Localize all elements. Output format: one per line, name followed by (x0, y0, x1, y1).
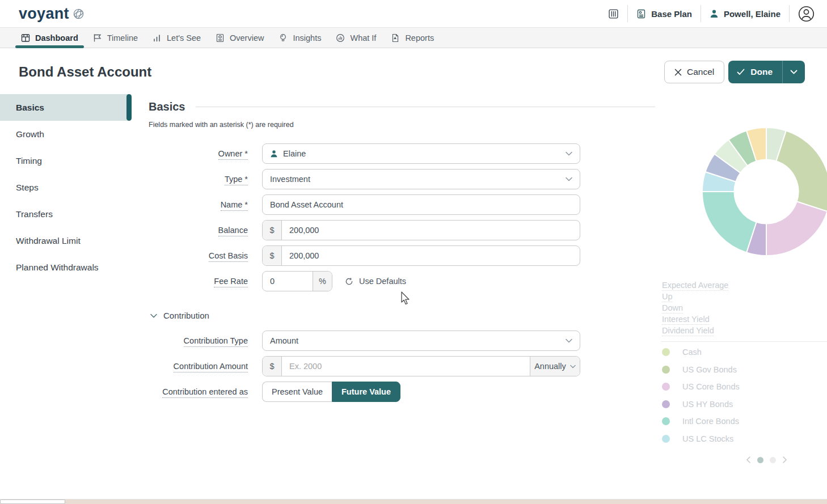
use-defaults-button[interactable]: Use Defaults (345, 277, 406, 286)
chevron-down-icon (790, 70, 798, 75)
sidebar-item-steps[interactable]: Steps (0, 174, 132, 201)
contribution-type-select[interactable]: Amount (262, 331, 580, 351)
chevron-down-icon (566, 338, 572, 343)
currency-prefix: $ (263, 246, 282, 265)
legend-item: US Gov Bonds 25.00% (661, 361, 827, 379)
tab-label: Reports (405, 33, 434, 43)
base-plan-button[interactable]: Base Plan (636, 9, 692, 19)
legend-dot (662, 417, 670, 425)
cancel-button[interactable]: Cancel (664, 61, 724, 83)
logo-text: voyant (19, 6, 69, 22)
chevron-down-icon (566, 177, 572, 181)
type-select[interactable]: Investment (262, 169, 580, 189)
person-icon (710, 9, 719, 18)
dashboard-icon (21, 33, 30, 43)
stat-row: Dividend Yield N/A (662, 325, 827, 336)
sidebar-item-label: Growth (16, 129, 44, 139)
building-icon-button[interactable] (608, 9, 619, 19)
contribution-fields: Contribution Type Amount Contribution Am… (149, 331, 655, 402)
tab-reports[interactable]: Reports (383, 28, 441, 48)
legend-label: US HY Bonds (682, 400, 827, 409)
stat-label: Interest Yield (662, 315, 710, 324)
next-page-icon[interactable] (782, 456, 787, 463)
top-bar: voyant (0, 0, 827, 27)
owner-value: Elaine (283, 149, 306, 158)
page-header: Bond Asset Account Cancel Done (0, 48, 827, 92)
contribution-type-value: Amount (270, 336, 298, 345)
allocation-donut-chart (699, 124, 827, 259)
present-value-button[interactable]: Present Value (262, 382, 332, 402)
basics-form: Basics Fields marked with an asterisk (*… (149, 92, 655, 402)
sidebar-item-timing[interactable]: Timing (0, 147, 132, 174)
profile-icon-button[interactable] (798, 6, 815, 22)
sidebar-item-growth[interactable]: Growth (0, 121, 132, 147)
future-value-button[interactable]: Future Value (332, 382, 400, 402)
stat-label: Down (662, 303, 683, 312)
balance-row: Balance $ (149, 220, 655, 240)
sidebar-item-basics[interactable]: Basics (0, 94, 132, 121)
sidebar-item-label: Transfers (16, 209, 53, 219)
sidebar: Basics Growth Timing Steps Transfers Wit… (0, 92, 132, 281)
frequency-select[interactable]: Annually (530, 357, 580, 376)
contribution-entered-as-row: Contribution entered as Present Value Fu… (149, 382, 655, 402)
tab-what-if[interactable]: What If (328, 28, 383, 48)
chevron-down-icon (150, 314, 157, 318)
divider (701, 5, 701, 22)
page-actions: Cancel Done (664, 61, 805, 83)
allocation-legend: Cash 5.00% US Gov Bonds 25.00% US Core B… (661, 344, 827, 447)
donut-segment (766, 201, 827, 256)
stat-row: Expected Average 5.62% (662, 279, 827, 291)
sidebar-item-transfers[interactable]: Transfers (0, 201, 132, 227)
page-dot[interactable] (770, 457, 776, 463)
sidebar-item-planned-withdrawals[interactable]: Planned Withdrawals (0, 254, 132, 281)
page-dot-active[interactable] (757, 457, 763, 463)
current-user-button[interactable]: Powell, Elaine (710, 9, 780, 19)
page-title: Bond Asset Account (19, 64, 151, 80)
tab-lets-see[interactable]: Let's See (145, 28, 208, 48)
legend-item: US LC Stocks 5.00% (661, 430, 827, 448)
cost-basis-input[interactable] (282, 246, 580, 265)
owner-row: Owner * Elaine (149, 143, 655, 164)
tab-dashboard[interactable]: Dashboard (14, 28, 86, 48)
tab-label: Timeline (107, 33, 138, 43)
sidebar-item-label: Planned Withdrawals (16, 262, 99, 273)
report-file-icon (391, 33, 400, 43)
contribution-entered-as-label: Contribution entered as (149, 387, 248, 396)
fee-rate-input[interactable] (263, 272, 313, 291)
legend-label: US Core Bonds (682, 382, 827, 391)
donut-segment (702, 192, 757, 253)
tab-overview[interactable]: Overview (208, 28, 271, 48)
tab-insights[interactable]: Insights (271, 28, 328, 48)
contribution-section-toggle[interactable]: Contribution (149, 311, 655, 320)
lightbulb-icon (279, 33, 288, 43)
prev-page-icon[interactable] (746, 456, 751, 463)
name-input[interactable] (263, 195, 580, 214)
currency-prefix: $ (263, 357, 282, 376)
stat-label: Dividend Yield (662, 326, 714, 335)
chevron-down-icon (566, 151, 572, 156)
tab-timeline[interactable]: Timeline (86, 28, 145, 48)
done-button[interactable]: Done (728, 61, 782, 83)
owner-select[interactable]: Elaine (262, 143, 580, 164)
balance-input[interactable] (282, 221, 580, 240)
entered-as-toggle: Present Value Future Value (262, 382, 400, 402)
done-menu-button[interactable] (782, 61, 805, 83)
sidebar-item-withdrawal-limit[interactable]: Withdrawal Limit (0, 227, 132, 254)
refresh-icon (345, 277, 353, 286)
divider (627, 5, 628, 22)
legend-dot (662, 400, 670, 408)
balance-label: Balance (149, 226, 248, 235)
contribution-section-label: Contribution (163, 311, 209, 320)
percent-suffix: % (313, 272, 332, 291)
profile-icon (798, 6, 815, 22)
plan-icon (636, 9, 646, 19)
currency-prefix: $ (263, 221, 282, 240)
scrollbar-thumb[interactable] (0, 499, 65, 504)
legend-label: US LC Stocks (682, 434, 827, 443)
sidebar-item-label: Basics (16, 103, 44, 113)
horizontal-scrollbar[interactable] (0, 499, 827, 504)
stat-row: Up 15.70% (662, 291, 827, 302)
name-label: Name * (149, 200, 248, 209)
contribution-amount-input[interactable] (282, 357, 530, 376)
check-icon (737, 69, 745, 75)
